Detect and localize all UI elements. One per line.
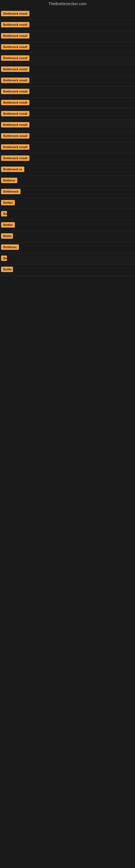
bottleneck-badge[interactable]: Bottlene [1,178,17,183]
bottleneck-badge[interactable]: Bottleneck result [1,111,30,116]
list-item: Bottleneck result [0,42,135,53]
list-item: Bottleneck result [0,131,135,142]
list-item: Bottleneck result [0,98,135,109]
list-item: Bottlenec [0,242,135,253]
list-item: Bottleneck result [0,109,135,120]
bottleneck-badge[interactable]: Bottleneck result [1,144,30,150]
list-item: Bottleneck result [0,9,135,20]
list-item: Bo [0,253,135,265]
list-item: Bo [0,209,135,220]
list-item: Bottleneck result [0,64,135,75]
bottleneck-badge[interactable]: Bottleneck result [1,66,30,72]
page-wrapper: TheBottlenecker.com Bottleneck resultBot… [0,0,135,276]
bottleneck-badge[interactable]: Bottleneck result [1,155,30,161]
site-title: TheBottlenecker.com [0,0,135,9]
bottleneck-badge[interactable]: Bo [1,211,7,216]
list-item: Bottleneck result [0,120,135,131]
list-item: Bottler [0,198,135,209]
list-item: Bottler [0,220,135,231]
list-item: Bottleneck result [0,153,135,164]
list-item: Bottleneck [0,187,135,198]
bottleneck-badge[interactable]: Bottleneck result [1,11,30,16]
list-item: Bottle [0,231,135,242]
list-item: Bottleneck result [0,142,135,153]
bottleneck-badge[interactable]: Bottleneck result [1,55,30,61]
bottleneck-badge[interactable]: Bottler [1,200,15,205]
bottleneck-badge[interactable]: Bottlenec [1,244,19,250]
bottleneck-badge[interactable]: Bo [1,255,7,261]
list-item: Bottlene [0,176,135,187]
list-item: Bottleneck result [0,53,135,64]
bottleneck-badge[interactable]: Bottleneck result [1,133,30,138]
bottleneck-badge[interactable]: Bottleneck result [1,33,30,38]
bottleneck-badge[interactable]: Bottleneck result [1,78,30,83]
list-item: Bottleneck result [0,20,135,31]
bottleneck-badge[interactable]: Bottleneck result [1,100,30,105]
bottleneck-badge[interactable]: Bottler [1,222,15,227]
bottleneck-badge[interactable]: Bottleneck result [1,44,30,50]
bottleneck-badge[interactable]: Bottleneck result [1,89,30,94]
bottleneck-badge[interactable]: Bottleneck [1,189,20,194]
badges-container: Bottleneck resultBottleneck resultBottle… [0,9,135,276]
bottleneck-badge[interactable]: Bottleneck result [1,22,30,27]
bottleneck-badge[interactable]: Bottle [1,267,13,272]
list-item: Bottle [0,265,135,276]
list-item: Bottleneck result [0,31,135,42]
list-item: Bottleneck re [0,164,135,176]
list-item: Bottleneck result [0,87,135,98]
list-item: Bottleneck result [0,75,135,87]
bottleneck-badge[interactable]: Bottleneck re [1,166,24,172]
bottleneck-badge[interactable]: Bottle [1,233,13,239]
bottleneck-badge[interactable]: Bottleneck result [1,122,30,127]
